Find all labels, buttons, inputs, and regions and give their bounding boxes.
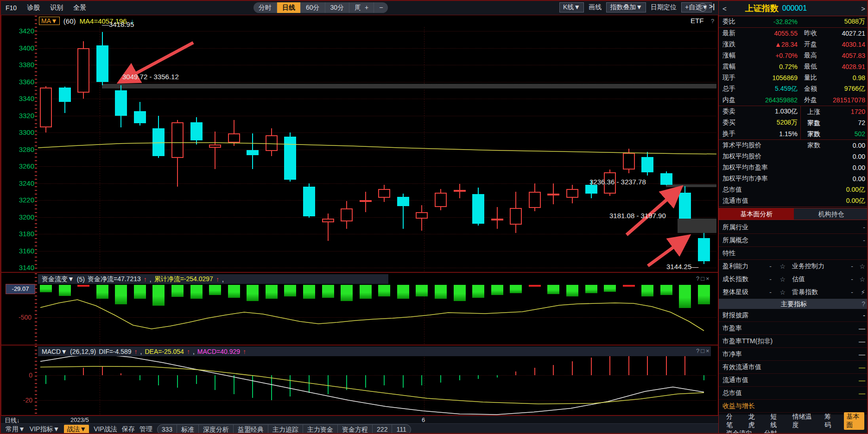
macd-param: (26,12,9) [70,348,96,355]
info-row: 所属行业- [719,221,868,234]
fund-flow-bar [679,285,691,308]
date-axis[interactable]: 日线↓ 2023/5 6 2023/06/08,四 [1,415,718,424]
star-icon[interactable]: ☆ [853,276,865,283]
fund-flow-bar [623,285,635,287]
star-icon[interactable]: ☆ [772,276,786,283]
macd-histogram-bar [64,375,65,380]
info-label: 特性 [722,249,865,258]
indicator-set[interactable]: 111 [392,425,410,434]
next-stock-icon[interactable]: > [861,5,865,13]
candle-body [134,111,146,123]
metric-row: 收益与增长 [719,400,868,413]
quote-value: 4027.21 [823,30,865,37]
tab-资金流向[interactable]: 资金流向 [723,429,755,434]
quote-value: 5208万 [749,119,798,127]
fund-flow-bar [209,285,221,295]
flow-panel-controls[interactable]: ?□× [696,275,711,282]
macd-histogram-bar [515,371,516,375]
average-row: 总市值0.00亿 [719,184,868,195]
fund-flow-bar [40,285,52,292]
indicator-set[interactable]: 主力追踪 [268,425,303,434]
metric-label: 流通市值 [722,376,859,384]
tab-筹码[interactable]: 筹码 [822,412,837,430]
trading-terminal: F10诊股识别全景 分时日线60分30分周线▼ +− K线▼画线指数叠加▼日期定… [0,0,868,434]
macd-histogram-bar [534,368,535,375]
metrics-help-icon[interactable]: ? [862,299,865,309]
etf-label[interactable]: ETF [691,17,703,25]
metric-label: 总市值 [722,186,846,194]
metric-label: 有效流通市值 [722,363,859,371]
candle-body [360,200,372,202]
quote-value: 1.15% [749,130,798,138]
gap-zone [102,84,716,88]
gridline [424,27,424,271]
tab-基本面分析[interactable]: 基本面分析 [719,208,794,220]
candle-body [77,48,89,93]
quote-label: 下跌家数 [800,128,823,139]
action-button[interactable]: 保存 [122,425,135,434]
metric-label: 财报披露 [722,311,863,320]
tab-情绪温度[interactable]: 情绪温度 [790,412,815,430]
y-axis-label: 3300 [13,128,34,136]
quote-value: 1720 [823,108,865,115]
rating-row: 整体星级-☆雷暴指数-⚡ [719,286,868,299]
sidebar-body: 委比-32.82%5088万最新4055.55昨收4027.21涨跌▲28.34… [719,16,868,434]
indicator-set[interactable]: 资金方程 [338,425,373,434]
macd-selector[interactable]: MACD▼ [42,348,67,355]
macd-dif: DIF=-4.589 [99,348,131,355]
metric-row: 市盈率— [719,322,868,335]
fund-flow-bar [547,285,559,294]
ma-selector[interactable]: MA▼ [39,17,60,25]
strategy-dropdown[interactable]: 常用▼ [6,425,25,434]
tab-龙虎[interactable]: 龙虎 [746,412,761,430]
indicator-set[interactable]: 深度分析 [199,425,234,434]
gridline [37,251,716,252]
quote-row: 委比-32.82%5088万 [719,16,868,28]
star-icon[interactable]: ☆ [772,263,786,270]
gridline [37,150,716,150]
quote-value: 502 [823,130,865,138]
indicator-set[interactable]: 333 [158,425,177,434]
tab-机构持仓[interactable]: 机构持仓 [794,208,868,220]
prev-stock-icon[interactable]: < [722,5,727,13]
tab-基本面[interactable]: 基本面 [844,412,864,430]
star-icon[interactable]: ☆ [853,263,865,270]
macd-histogram-bar [403,375,404,388]
candle-body [209,145,221,148]
candle-body [623,153,635,170]
star-icon[interactable]: ☆ [772,289,786,296]
quote-value: 281517078 [823,96,865,104]
indicator-set[interactable]: 主力资金 [303,425,338,434]
quote-value: +0.70% [749,52,798,59]
macd-histogram-bar [459,375,460,380]
indicator-set[interactable]: 222 [373,425,392,434]
fund-flow-bar [397,285,409,299]
macd-histogram-bar [572,361,573,375]
action-button[interactable]: 管理 [139,425,152,434]
macd-histogram-bar [365,375,366,388]
flow-selector[interactable]: 资金流变▼ [42,275,74,283]
macd-axis-label: 0 [11,371,32,379]
rating-row: 盈利能力-☆业务控制力-☆ [719,260,868,273]
gap-zone [666,184,716,187]
indicator-set[interactable]: 标准 [177,425,199,434]
month-label: 6 [422,416,425,423]
fund-flow-bar [341,285,353,301]
tab-短线[interactable]: 短线 [767,412,783,430]
price-annotation: 3144.25— [666,263,698,270]
macd-histogram-bar [234,375,234,394]
indicator-set[interactable]: 益盟经典 [234,425,268,434]
tab-分笔[interactable]: 分笔 [723,412,739,430]
quote-value: 5.459亿 [749,85,798,93]
y-axis-label: 3160 [13,247,34,255]
tab-分时[interactable]: 分时 [761,429,780,434]
etf-help-icon[interactable]: ? [711,18,714,25]
quote-label: 涨幅 [722,51,749,60]
strategy-dropdown[interactable]: 战法▼ [64,425,89,434]
strategy-dropdown[interactable]: VIP战法 [94,425,117,434]
strategy-dropdown[interactable]: VIP指标▼ [30,425,59,434]
up-arrow-icon: ↑ [134,348,138,355]
macd-panel-controls[interactable]: ?□× [696,347,711,354]
flow-param: (5) [77,276,85,283]
bolt-icon[interactable]: ⚡ [853,289,865,296]
